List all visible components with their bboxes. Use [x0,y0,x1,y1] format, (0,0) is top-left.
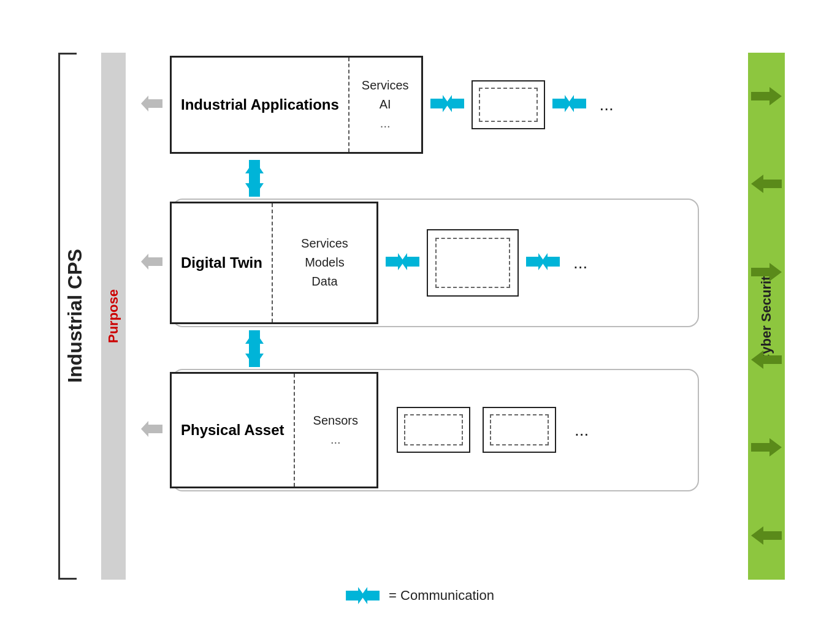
pa-section: Physical Asset Sensors ... [141,372,748,488]
pa-left: Physical Asset [172,374,294,487]
svg-marker-20 [141,421,162,437]
cyber-security-label: Cyber Security [745,53,788,580]
svg-marker-6 [141,96,162,112]
purpose-label: Purpose [95,53,132,580]
svg-marker-15 [401,253,419,270]
industrial-applications-row: Industrial Applications Services AI ... [141,56,748,154]
purpose-text: Purpose [105,289,121,343]
ia-left: Industrial Applications [172,58,348,152]
ia-comm-arrow [430,95,464,115]
svg-marker-10 [568,95,586,112]
dt-right: Services Models Data [273,203,376,322]
ia-right: Services AI ... [349,58,421,152]
dt-item-3: Data [285,275,364,289]
dt-purpose-arrow [141,254,162,272]
dt-pa-vertical-arrow [141,330,748,367]
ia-item-2: AI [362,97,409,112]
ia-dashed-box [472,80,545,129]
dt-dashed-box [427,229,519,297]
svg-marker-17 [541,253,560,270]
digital-twin-row: Digital Twin Services Models Data [141,202,748,324]
ia-purpose-arrow [141,96,162,114]
legend-text: = Communication [389,588,494,604]
ia-dashed-inner [479,88,538,122]
dt-comm-arrow-2 [526,253,560,273]
pa-item-2: ... [307,433,364,447]
pa-dashed-inner-2 [490,414,549,445]
ia-layer-box: Industrial Applications Services AI ... [170,56,423,154]
dt-section: Digital Twin Services Models Data [141,202,748,324]
ia-dots: ... [600,95,614,115]
svg-marker-8 [446,95,464,112]
ia-name-text: Industrial Applications [181,95,339,114]
pa-boxes-container: ... [397,407,595,453]
ia-item-1: Services [362,78,409,93]
dt-left: Digital Twin [172,203,272,322]
pa-layer-box: Physical Asset Sensors ... [170,372,378,488]
dt-dashed-inner [435,238,510,288]
pa-dashed-box-2 [483,407,556,453]
industrial-cps-text: Industrial CPS [64,249,86,383]
purpose-bar: Purpose [101,53,126,580]
svg-marker-12 [245,160,264,197]
pa-dashed-box-1 [397,407,470,453]
pa-dots: ... [575,420,589,440]
dt-name-text: Digital Twin [181,253,262,272]
pa-item-1: Sensors [307,414,364,428]
legend-arrow-icon [346,587,380,604]
pa-name-text: Physical Asset [181,420,284,439]
svg-marker-13 [141,254,162,270]
dt-comm-arrow [386,253,419,273]
ia-item-3: ... [362,116,409,131]
cyber-bar: Cyber Security [748,53,785,580]
pa-dashed-inner-1 [404,414,463,445]
pa-right: Sensors ... [295,374,376,487]
ia-dt-vertical-arrow [141,160,748,197]
svg-marker-19 [245,330,264,367]
dt-dots: ... [573,253,587,273]
physical-asset-row: Physical Asset Sensors ... [141,372,748,488]
pa-purpose-arrow [141,421,162,439]
svg-marker-22 [361,587,380,604]
legend: = Communication [346,587,494,604]
cyber-security-text: Cyber Security [758,268,774,363]
ia-comm-arrow-2 [552,95,586,115]
dt-item-1: Services [285,237,364,251]
dt-layer-box: Digital Twin Services Models Data [170,202,378,324]
dt-item-2: Models [285,256,364,270]
main-content: Industrial Applications Services AI ... [141,56,748,488]
industrial-cps-label: Industrial CPS [52,53,89,580]
